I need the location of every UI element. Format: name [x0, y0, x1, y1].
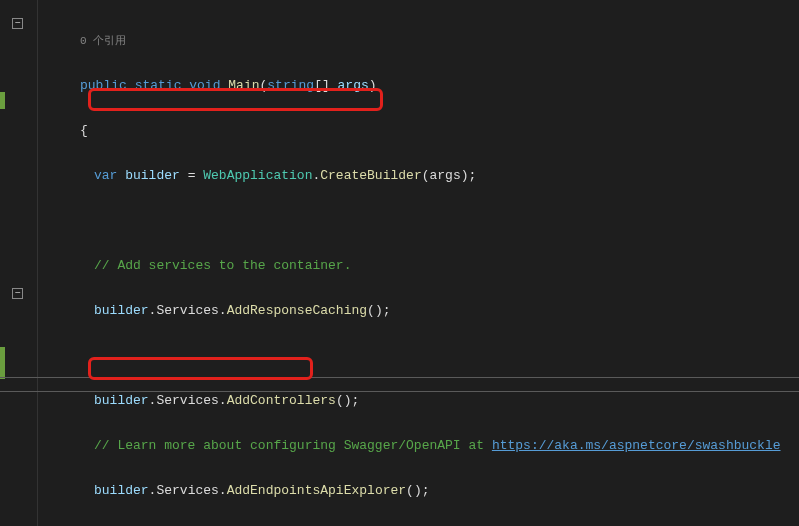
fold-toggle[interactable]: − [12, 18, 23, 29]
change-marker [0, 92, 5, 109]
change-marker [0, 347, 5, 379]
doc-link[interactable]: https://aka.ms/aspnetcore/swashbuckle [492, 438, 781, 453]
code-editor[interactable]: 0 个引用 public static void Main(string[] a… [38, 0, 799, 526]
gutter: − − [0, 0, 38, 526]
codelens-references[interactable]: 0 个引用 [80, 35, 126, 47]
fold-toggle[interactable]: − [12, 288, 23, 299]
